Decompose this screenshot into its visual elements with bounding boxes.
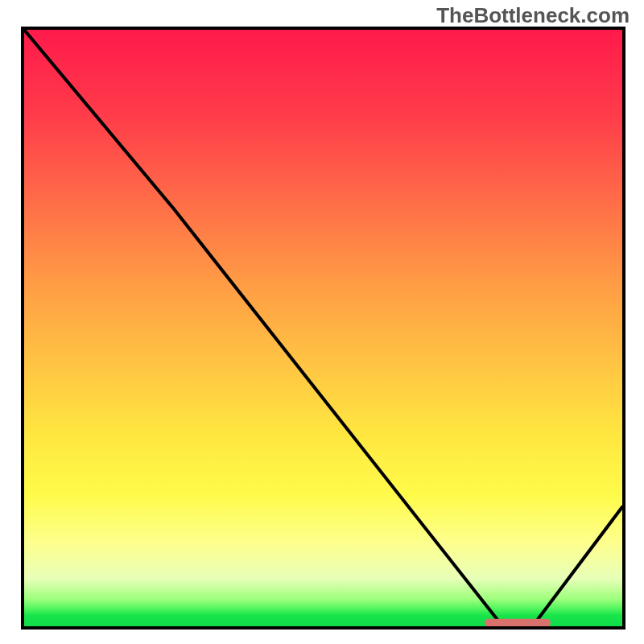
bottleneck-curve [24, 30, 622, 626]
optimal-range-marker [485, 619, 551, 626]
chart-overlay [24, 30, 622, 626]
plot-area [21, 27, 625, 630]
chart-frame: TheBottleneck.com [0, 0, 644, 644]
attribution-label: TheBottleneck.com [436, 3, 630, 28]
